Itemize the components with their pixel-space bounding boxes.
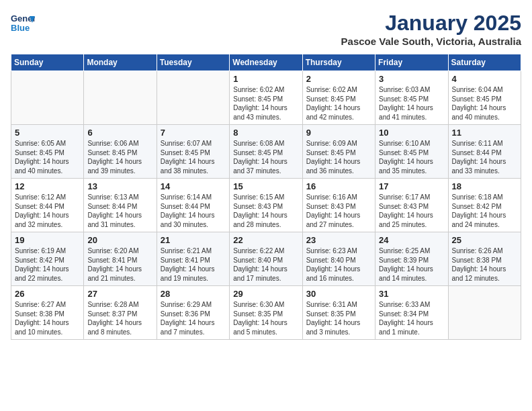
calendar-day-cell: 22Sunrise: 6:22 AMSunset: 8:40 PMDayligh… <box>230 232 302 286</box>
calendar-header-row: SundayMondayTuesdayWednesdayThursdayFrid… <box>11 54 521 71</box>
day-number: 13 <box>87 181 152 191</box>
calendar-table: SundayMondayTuesdayWednesdayThursdayFrid… <box>11 54 521 340</box>
day-number: 5 <box>15 128 80 138</box>
calendar-day-cell: 4Sunrise: 6:04 AMSunset: 8:45 PMDaylight… <box>448 71 521 125</box>
day-info: Sunrise: 6:11 AMSunset: 8:44 PMDaylight:… <box>452 139 517 175</box>
day-info: Sunrise: 6:05 AMSunset: 8:45 PMDaylight:… <box>15 139 80 175</box>
day-info: Sunrise: 6:16 AMSunset: 8:43 PMDaylight:… <box>306 193 371 229</box>
day-info: Sunrise: 6:04 AMSunset: 8:45 PMDaylight:… <box>452 85 517 122</box>
calendar-day-cell: 15Sunrise: 6:15 AMSunset: 8:43 PMDayligh… <box>230 179 302 232</box>
day-info: Sunrise: 6:22 AMSunset: 8:40 PMDaylight:… <box>233 246 298 283</box>
day-number: 11 <box>452 128 517 138</box>
day-number: 29 <box>233 289 298 299</box>
day-info: Sunrise: 6:08 AMSunset: 8:45 PMDaylight:… <box>233 139 298 175</box>
calendar-day-cell: 21Sunrise: 6:21 AMSunset: 8:41 PMDayligh… <box>157 232 229 286</box>
day-info: Sunrise: 6:28 AMSunset: 8:37 PMDaylight:… <box>87 300 152 336</box>
calendar-day-cell: 24Sunrise: 6:25 AMSunset: 8:39 PMDayligh… <box>375 232 448 286</box>
day-number: 16 <box>306 181 371 191</box>
day-number: 24 <box>379 235 444 245</box>
calendar-day-cell: 9Sunrise: 6:09 AMSunset: 8:45 PMDaylight… <box>302 125 375 179</box>
day-info: Sunrise: 6:21 AMSunset: 8:41 PMDaylight:… <box>161 246 226 283</box>
day-number: 21 <box>161 235 226 245</box>
day-info: Sunrise: 6:15 AMSunset: 8:43 PMDaylight:… <box>233 193 298 229</box>
calendar-day-cell <box>11 71 84 125</box>
calendar-day-cell: 7Sunrise: 6:07 AMSunset: 8:45 PMDaylight… <box>157 125 229 179</box>
logo: General Blue <box>11 11 35 35</box>
day-number: 25 <box>452 235 517 245</box>
weekday-header: Monday <box>84 54 157 71</box>
day-number: 30 <box>306 289 371 299</box>
calendar-day-cell: 10Sunrise: 6:10 AMSunset: 8:45 PMDayligh… <box>375 125 448 179</box>
weekday-header: Tuesday <box>157 54 229 71</box>
location: Pascoe Vale South, Victoria, Australia <box>341 36 521 47</box>
calendar-day-cell: 6Sunrise: 6:06 AMSunset: 8:45 PMDaylight… <box>84 125 157 179</box>
day-number: 19 <box>15 235 80 245</box>
day-info: Sunrise: 6:19 AMSunset: 8:42 PMDaylight:… <box>15 246 80 283</box>
day-number: 15 <box>233 181 298 191</box>
calendar-day-cell: 29Sunrise: 6:30 AMSunset: 8:35 PMDayligh… <box>230 286 302 340</box>
day-info: Sunrise: 6:14 AMSunset: 8:44 PMDaylight:… <box>161 193 226 229</box>
calendar-day-cell: 14Sunrise: 6:14 AMSunset: 8:44 PMDayligh… <box>157 179 229 232</box>
day-number: 31 <box>379 289 444 299</box>
calendar-day-cell: 1Sunrise: 6:02 AMSunset: 8:45 PMDaylight… <box>230 71 302 125</box>
svg-text:Blue: Blue <box>11 23 30 33</box>
day-info: Sunrise: 6:23 AMSunset: 8:40 PMDaylight:… <box>306 246 371 283</box>
title-block: January 2025 Pascoe Vale South, Victoria… <box>341 11 521 47</box>
calendar-day-cell <box>157 71 229 125</box>
calendar-week-row: 26Sunrise: 6:27 AMSunset: 8:38 PMDayligh… <box>11 286 521 340</box>
page-header: General Blue January 2025 Pascoe Vale So… <box>11 11 521 47</box>
day-info: Sunrise: 6:17 AMSunset: 8:43 PMDaylight:… <box>379 193 444 229</box>
weekday-header: Thursday <box>302 54 375 71</box>
calendar-day-cell: 16Sunrise: 6:16 AMSunset: 8:43 PMDayligh… <box>302 179 375 232</box>
calendar-day-cell: 19Sunrise: 6:19 AMSunset: 8:42 PMDayligh… <box>11 232 84 286</box>
calendar-day-cell: 30Sunrise: 6:31 AMSunset: 8:35 PMDayligh… <box>302 286 375 340</box>
calendar-day-cell: 31Sunrise: 6:33 AMSunset: 8:34 PMDayligh… <box>375 286 448 340</box>
day-number: 7 <box>161 128 226 138</box>
day-number: 14 <box>161 181 226 191</box>
calendar-day-cell: 2Sunrise: 6:02 AMSunset: 8:45 PMDaylight… <box>302 71 375 125</box>
calendar-day-cell: 8Sunrise: 6:08 AMSunset: 8:45 PMDaylight… <box>230 125 302 179</box>
calendar-day-cell: 11Sunrise: 6:11 AMSunset: 8:44 PMDayligh… <box>448 125 521 179</box>
day-info: Sunrise: 6:10 AMSunset: 8:45 PMDaylight:… <box>379 139 444 175</box>
day-number: 20 <box>87 235 152 245</box>
day-number: 2 <box>306 74 371 84</box>
calendar-week-row: 12Sunrise: 6:12 AMSunset: 8:44 PMDayligh… <box>11 179 521 232</box>
day-info: Sunrise: 6:27 AMSunset: 8:38 PMDaylight:… <box>15 300 80 336</box>
day-info: Sunrise: 6:13 AMSunset: 8:44 PMDaylight:… <box>87 193 152 229</box>
calendar-day-cell: 25Sunrise: 6:26 AMSunset: 8:38 PMDayligh… <box>448 232 521 286</box>
day-info: Sunrise: 6:02 AMSunset: 8:45 PMDaylight:… <box>306 85 371 122</box>
calendar-day-cell: 28Sunrise: 6:29 AMSunset: 8:36 PMDayligh… <box>157 286 229 340</box>
day-number: 18 <box>452 181 517 191</box>
day-number: 3 <box>379 74 444 84</box>
day-info: Sunrise: 6:20 AMSunset: 8:41 PMDaylight:… <box>87 246 152 283</box>
calendar-day-cell <box>448 286 521 340</box>
calendar-day-cell: 5Sunrise: 6:05 AMSunset: 8:45 PMDaylight… <box>11 125 84 179</box>
calendar-day-cell: 23Sunrise: 6:23 AMSunset: 8:40 PMDayligh… <box>302 232 375 286</box>
day-info: Sunrise: 6:31 AMSunset: 8:35 PMDaylight:… <box>306 300 371 336</box>
day-info: Sunrise: 6:09 AMSunset: 8:45 PMDaylight:… <box>306 139 371 175</box>
calendar-body: 1Sunrise: 6:02 AMSunset: 8:45 PMDaylight… <box>11 71 521 340</box>
weekday-header: Sunday <box>11 54 84 71</box>
day-info: Sunrise: 6:29 AMSunset: 8:36 PMDaylight:… <box>161 300 226 336</box>
day-info: Sunrise: 6:26 AMSunset: 8:38 PMDaylight:… <box>452 246 517 283</box>
calendar-day-cell: 13Sunrise: 6:13 AMSunset: 8:44 PMDayligh… <box>84 179 157 232</box>
day-info: Sunrise: 6:07 AMSunset: 8:45 PMDaylight:… <box>161 139 226 175</box>
weekday-header: Friday <box>375 54 448 71</box>
day-number: 22 <box>233 235 298 245</box>
calendar-week-row: 19Sunrise: 6:19 AMSunset: 8:42 PMDayligh… <box>11 232 521 286</box>
day-info: Sunrise: 6:30 AMSunset: 8:35 PMDaylight:… <box>233 300 298 336</box>
calendar-day-cell: 27Sunrise: 6:28 AMSunset: 8:37 PMDayligh… <box>84 286 157 340</box>
day-info: Sunrise: 6:03 AMSunset: 8:45 PMDaylight:… <box>379 85 444 122</box>
day-info: Sunrise: 6:25 AMSunset: 8:39 PMDaylight:… <box>379 246 444 283</box>
calendar-day-cell: 20Sunrise: 6:20 AMSunset: 8:41 PMDayligh… <box>84 232 157 286</box>
weekday-header: Wednesday <box>230 54 302 71</box>
calendar-day-cell: 12Sunrise: 6:12 AMSunset: 8:44 PMDayligh… <box>11 179 84 232</box>
day-info: Sunrise: 6:18 AMSunset: 8:42 PMDaylight:… <box>452 193 517 229</box>
weekday-header: Saturday <box>448 54 521 71</box>
logo-icon: General Blue <box>11 11 35 35</box>
day-number: 1 <box>233 74 298 84</box>
day-number: 27 <box>87 289 152 299</box>
day-number: 9 <box>306 128 371 138</box>
day-number: 4 <box>452 74 517 84</box>
day-number: 23 <box>306 235 371 245</box>
